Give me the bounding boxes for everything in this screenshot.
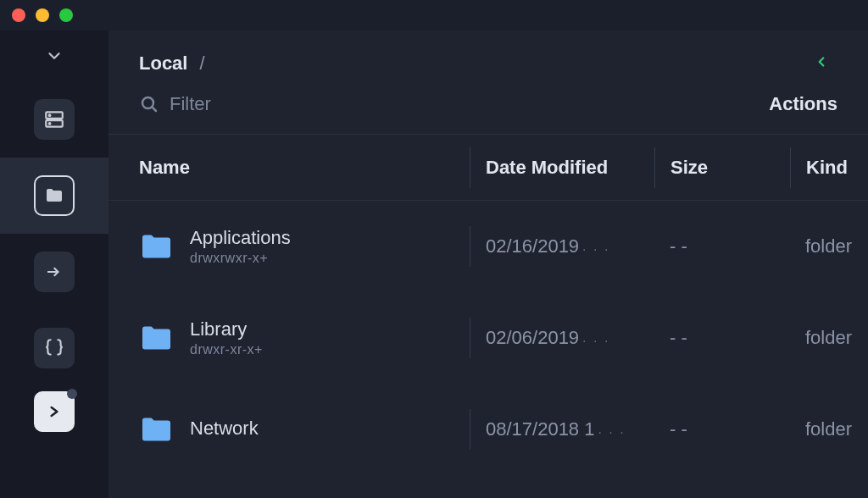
truncation-ellipsis: . . . xyxy=(582,330,609,346)
truncation-ellipsis: . . . xyxy=(582,239,609,254)
braces-icon xyxy=(43,337,65,359)
truncation-ellipsis: . . . xyxy=(598,422,625,437)
file-name: Applications xyxy=(190,227,291,249)
file-size: - - xyxy=(654,235,790,257)
sidebar-item-terminal[interactable] xyxy=(0,386,108,437)
chevron-down-icon xyxy=(45,47,64,65)
folder-icon xyxy=(139,325,171,351)
table-row[interactable]: Network 08/17/2018 1. . . - - folder xyxy=(108,384,868,475)
file-date-modified: 02/06/2019 xyxy=(486,327,579,349)
server-icon xyxy=(43,108,65,130)
file-kind: folder xyxy=(790,235,852,257)
svg-point-3 xyxy=(49,123,51,125)
window-titlebar xyxy=(0,0,868,30)
sidebar-item-code[interactable] xyxy=(0,310,108,386)
file-date-modified: 02/16/2019 xyxy=(486,235,579,257)
folder-icon xyxy=(139,234,171,259)
maximize-window-button[interactable] xyxy=(59,8,73,22)
chevron-left-icon xyxy=(814,54,829,69)
search-icon xyxy=(139,94,159,114)
filter-input[interactable] xyxy=(170,93,424,115)
column-header-date-modified[interactable]: Date Modified xyxy=(470,147,654,188)
file-name: Library xyxy=(190,318,263,340)
folder-icon xyxy=(139,417,171,442)
svg-line-5 xyxy=(152,107,156,111)
svg-point-2 xyxy=(49,114,51,116)
sidebar-item-files[interactable] xyxy=(0,158,108,234)
sidebar xyxy=(0,30,108,498)
file-list: Applications drwxrwxr-x+ 02/16/2019. . .… xyxy=(108,201,868,475)
file-permissions: drwxrwxr-x+ xyxy=(190,251,291,266)
notification-dot xyxy=(67,389,77,399)
breadcrumb[interactable]: Local / xyxy=(139,53,205,75)
sidebar-dropdown-toggle[interactable] xyxy=(36,37,73,75)
column-header-name[interactable]: Name xyxy=(139,157,470,179)
minimize-window-button[interactable] xyxy=(36,8,49,22)
table-header: Name Date Modified Size Kind xyxy=(108,135,868,201)
file-name: Network xyxy=(190,418,259,440)
filter-box[interactable] xyxy=(139,93,424,115)
file-size: - - xyxy=(654,327,790,349)
breadcrumb-location: Local xyxy=(139,53,187,75)
collapse-panel-button[interactable] xyxy=(805,47,837,80)
actions-menu-button[interactable]: Actions xyxy=(769,93,837,115)
folder-icon xyxy=(44,185,64,206)
sidebar-item-servers[interactable] xyxy=(0,81,108,158)
file-size: - - xyxy=(654,418,790,440)
close-window-button[interactable] xyxy=(12,8,25,22)
file-kind: folder xyxy=(790,327,852,349)
breadcrumb-separator: / xyxy=(199,53,204,75)
file-browser-panel: Local / Actions Name Date Modified Size … xyxy=(108,30,868,498)
file-kind: folder xyxy=(790,418,852,440)
sidebar-item-transfers[interactable] xyxy=(0,234,108,310)
file-date-modified: 08/17/2018 1 xyxy=(486,418,594,440)
file-permissions: drwxr-xr-x+ xyxy=(190,342,263,357)
table-row[interactable]: Applications drwxrwxr-x+ 02/16/2019. . .… xyxy=(108,201,868,292)
arrow-right-icon xyxy=(44,262,64,282)
table-row[interactable]: Library drwxr-xr-x+ 02/06/2019. . . - - … xyxy=(108,292,868,384)
prompt-icon xyxy=(46,403,63,420)
column-header-size[interactable]: Size xyxy=(654,147,790,188)
column-header-kind[interactable]: Kind xyxy=(790,147,851,188)
